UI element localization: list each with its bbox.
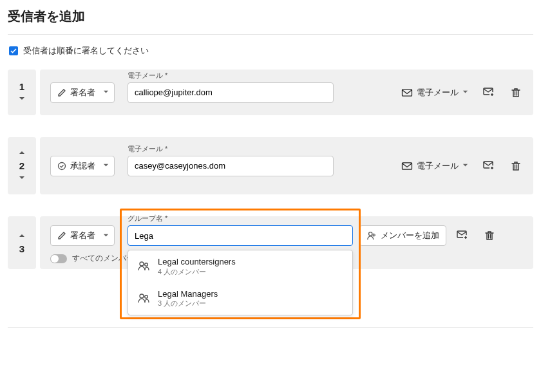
trash-icon [510,87,522,98]
group-icon [137,292,150,305]
move-down-button[interactable] [16,95,28,104]
message-plus-icon [457,230,468,241]
recipient-row: 1 署名者 電子メール * 電子メール [8,70,533,115]
delivery-select[interactable]: 電子メール [397,82,473,103]
message-plus-icon [483,160,495,172]
all-members-toggle[interactable]: すべてのメンバー [50,253,134,264]
delete-button[interactable] [509,159,523,173]
pen-icon [57,88,66,97]
order-column: 1 [8,70,36,115]
recipient-body: 承認者 電子メール * 電子メール [40,137,533,194]
suggestion-name: Legal Managers [158,289,218,299]
delete-button[interactable] [509,86,523,100]
role-label: 承認者 [70,160,95,172]
custom-message-button[interactable] [482,159,496,173]
suggestion-name: Legal countersigners [158,257,236,267]
suggestion-item[interactable]: Legal countersigners 4 人のメンバー [128,250,352,283]
group-suggestions: Legal countersigners 4 人のメンバー Legal Mana… [128,250,353,315]
group-icon [137,260,150,273]
move-up-button[interactable] [16,149,28,158]
custom-message-button[interactable] [482,86,496,100]
move-up-button[interactable] [16,232,28,241]
group-label: グループ名 * [128,214,167,223]
page-title: 受信者を追加 [8,8,533,30]
custom-message-button[interactable] [455,229,470,243]
move-down-button[interactable] [16,174,28,183]
suggestion-item[interactable]: Legal Managers 3 人のメンバー [128,283,352,315]
email-input[interactable] [128,156,334,176]
chevron-down-icon [103,163,109,169]
add-member-button[interactable]: メンバーを追加 [359,225,446,246]
envelope-icon [401,162,413,171]
trash-icon [510,160,522,172]
checkbox-icon [9,46,18,55]
all-members-label: すべてのメンバー [72,253,134,264]
chevron-down-icon [462,163,468,169]
add-member-label: メンバーを追加 [381,230,439,241]
role-label: 署名者 [70,230,95,241]
email-label: 電子メール * [128,144,167,154]
delivery-select[interactable]: 電子メール [397,156,473,176]
suggestion-members: 4 人のメンバー [158,267,236,276]
approve-icon [57,162,66,171]
role-select[interactable]: 承認者 [50,156,115,176]
order-number: 1 [19,81,24,92]
divider [8,327,533,328]
role-select[interactable]: 署名者 [50,225,115,246]
delivery-label: 電子メール [417,160,459,172]
role-label: 署名者 [70,87,95,98]
recipient-row: 3 署名者 グループ名 * メンバーを追加 すべてのメンバー Legal cou… [8,216,533,269]
sign-in-order-option[interactable]: 受信者は順番に署名してください [9,45,533,57]
envelope-icon [401,88,413,97]
toggle-icon [50,254,67,263]
order-number: 2 [19,160,24,171]
order-column: 2 [8,137,36,194]
delivery-label: 電子メール [417,87,459,98]
suggestion-members: 3 人のメンバー [158,299,218,308]
order-number: 3 [19,243,24,254]
recipient-body: 署名者 電子メール * 電子メール [40,70,533,115]
sign-in-order-label: 受信者は順番に署名してください [23,45,149,57]
group-input[interactable] [128,225,353,246]
trash-icon [484,230,495,241]
role-select[interactable]: 署名者 [50,82,115,103]
email-input[interactable] [128,82,334,103]
recipient-row: 2 承認者 電子メール * 電子メール [8,137,533,194]
chevron-down-icon [103,89,109,95]
pen-icon [57,231,66,240]
delete-button[interactable] [482,229,497,243]
email-label: 電子メール * [128,71,167,80]
chevron-down-icon [462,89,468,95]
group-plus-icon [366,230,377,241]
chevron-down-icon [103,233,109,239]
order-column: 3 [8,216,36,269]
message-plus-icon [483,87,495,98]
divider [8,34,533,35]
